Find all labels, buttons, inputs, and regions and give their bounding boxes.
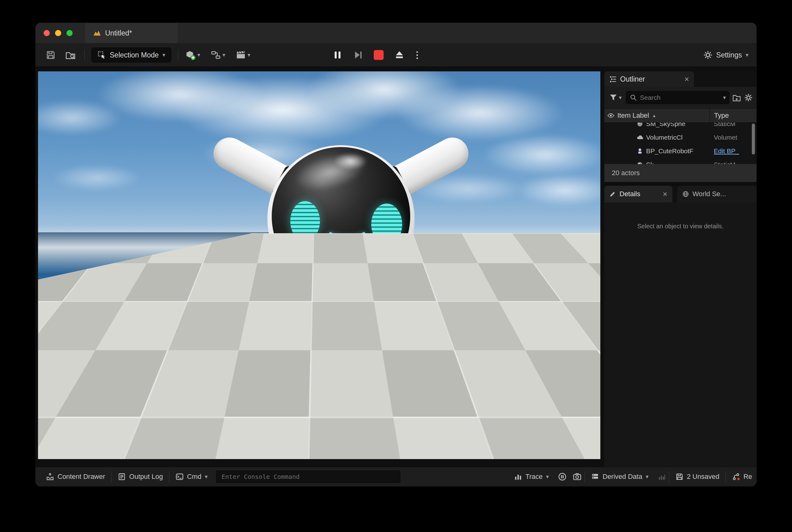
cmd-label: Cmd xyxy=(187,473,201,481)
globe-icon xyxy=(682,191,689,197)
type-column-header[interactable]: Type xyxy=(710,109,756,122)
content-drawer-label: Content Drawer xyxy=(57,473,105,481)
outliner-tab[interactable]: Outliner × xyxy=(604,71,694,87)
content-drawer-button[interactable]: Content Drawer xyxy=(40,467,111,486)
visibility-column-header[interactable] xyxy=(604,112,618,119)
filter-dropdown[interactable]: ▾ xyxy=(608,94,623,102)
traffic-lights xyxy=(36,30,73,36)
viewport-3d[interactable] xyxy=(38,71,600,459)
item-label-column-header[interactable]: Item Label ▲ xyxy=(618,112,710,119)
toolbar-divider xyxy=(85,50,85,60)
outliner-settings-button[interactable] xyxy=(744,93,753,102)
details-empty-message: Select an object to view details. xyxy=(604,223,756,230)
sort-ascending-icon: ▲ xyxy=(652,113,656,118)
drawer-icon xyxy=(46,473,54,481)
camera-icon xyxy=(573,472,582,481)
chevron-down-icon: ▾ xyxy=(619,95,622,100)
row-type: StaticM xyxy=(710,161,756,164)
pencil-icon xyxy=(609,191,616,197)
unsaved-changes-button[interactable]: 2 Unsaved xyxy=(669,467,725,486)
insights-session-button[interactable] xyxy=(555,467,570,486)
robot-head xyxy=(268,145,415,292)
window-close-button[interactable] xyxy=(43,30,50,36)
screenshot-button[interactable] xyxy=(570,467,585,486)
robot-head-glare-small xyxy=(334,153,368,170)
trace-label: Trace xyxy=(526,473,542,481)
save-icon xyxy=(46,50,56,60)
table-row[interactable]: Sk StaticM xyxy=(604,158,756,164)
table-row[interactable]: VolumetricCl Volumet xyxy=(604,131,756,144)
row-label: SM_SkySphe xyxy=(646,122,685,128)
save-icon xyxy=(676,473,683,481)
window-minimize-button[interactable] xyxy=(55,30,61,36)
table-row[interactable]: BP_CuteRobotF Edit BP_ xyxy=(604,144,756,158)
chevron-down-icon: ▾ xyxy=(247,52,251,58)
cinematics-button[interactable]: ▾ xyxy=(236,50,251,60)
tab-world-settings[interactable]: World Se... xyxy=(677,186,756,202)
chevron-down-icon[interactable]: ▾ xyxy=(723,95,726,100)
right-panel: Outliner × ▾ ▾ xyxy=(604,71,756,467)
eject-icon xyxy=(395,50,404,60)
panel-divider xyxy=(604,182,756,186)
details-tab-label: Details xyxy=(620,190,640,198)
close-icon[interactable]: × xyxy=(663,190,667,198)
pause-button[interactable] xyxy=(333,50,342,60)
item-label-text: Item Label xyxy=(618,112,649,119)
revision-control-icon xyxy=(732,473,740,481)
eject-button[interactable] xyxy=(395,50,404,60)
output-log-label: Output Log xyxy=(129,473,163,481)
details-tabbar: Details × World Se... xyxy=(604,186,756,202)
revision-control-button[interactable]: Re xyxy=(726,467,752,486)
level-asset-icon xyxy=(93,29,101,37)
status-bar: Content Drawer Output Log Cmd ▾ Trace ▾ xyxy=(36,467,756,486)
static-mesh-sphere-icon xyxy=(637,161,643,164)
close-icon[interactable]: × xyxy=(684,75,689,83)
gear-icon xyxy=(703,50,713,60)
table-row[interactable]: SM_SkySphe StaticM xyxy=(604,122,756,131)
settings-label: Settings xyxy=(716,51,742,59)
search-icon xyxy=(630,94,637,101)
type-label-text: Type xyxy=(714,112,729,119)
cmd-dropdown[interactable]: Cmd ▾ xyxy=(169,467,214,486)
blueprints-icon xyxy=(211,50,221,60)
performance-stats-button[interactable] xyxy=(655,467,669,486)
robot-leg-left-knee-joint xyxy=(255,285,294,317)
settings-dropdown[interactable]: Settings ▾ xyxy=(703,50,749,60)
content-browser-button[interactable] xyxy=(63,48,78,62)
derived-data-dropdown[interactable]: Derived Data ▾ xyxy=(585,467,655,486)
eye-icon xyxy=(607,112,614,119)
play-skip-icon xyxy=(353,50,363,60)
trace-dropdown[interactable]: Trace ▾ xyxy=(508,467,555,486)
filter-funnel-icon xyxy=(609,94,618,102)
pause-icon xyxy=(333,50,342,60)
save-button[interactable] xyxy=(43,48,58,62)
tab-details[interactable]: Details × xyxy=(604,186,673,202)
blueprints-button[interactable]: ▾ xyxy=(211,50,225,60)
console-icon xyxy=(176,473,184,481)
console-command-input[interactable] xyxy=(216,471,400,483)
search-input[interactable] xyxy=(626,91,729,104)
row-type: StaticM xyxy=(710,122,756,128)
add-actor-button[interactable]: ▾ xyxy=(185,50,200,60)
chevron-down-icon: ▾ xyxy=(198,52,200,58)
outliner-rows: SM_SkySphe StaticM VolumetricCl Volumet xyxy=(604,122,756,164)
selection-mode-dropdown[interactable]: Selection Mode ▾ xyxy=(92,48,171,62)
edit-blueprint-link[interactable]: Edit BP_ xyxy=(710,147,756,155)
stop-button[interactable] xyxy=(374,50,384,60)
level-tab[interactable]: Untitled* xyxy=(85,23,178,43)
output-log-button[interactable]: Output Log xyxy=(112,467,169,486)
robot-faceplate xyxy=(272,147,410,285)
outliner-search: ▾ xyxy=(626,91,729,104)
new-folder-button[interactable] xyxy=(732,93,741,102)
outliner-scrollbar[interactable] xyxy=(752,124,755,154)
session-record-icon xyxy=(558,472,567,481)
robot-eye-right xyxy=(371,204,402,245)
statusbar-right: Trace ▾ Derived Data ▾ xyxy=(508,467,752,486)
play-options-kebab-icon[interactable] xyxy=(415,50,419,60)
outliner-title: Outliner xyxy=(620,75,645,83)
window-zoom-button[interactable] xyxy=(67,30,73,36)
trace-chart-icon xyxy=(514,473,522,481)
frame-skip-button[interactable] xyxy=(353,50,363,60)
tab-title: Untitled* xyxy=(105,29,132,37)
robot-leg-right-knee-joint xyxy=(388,285,427,317)
